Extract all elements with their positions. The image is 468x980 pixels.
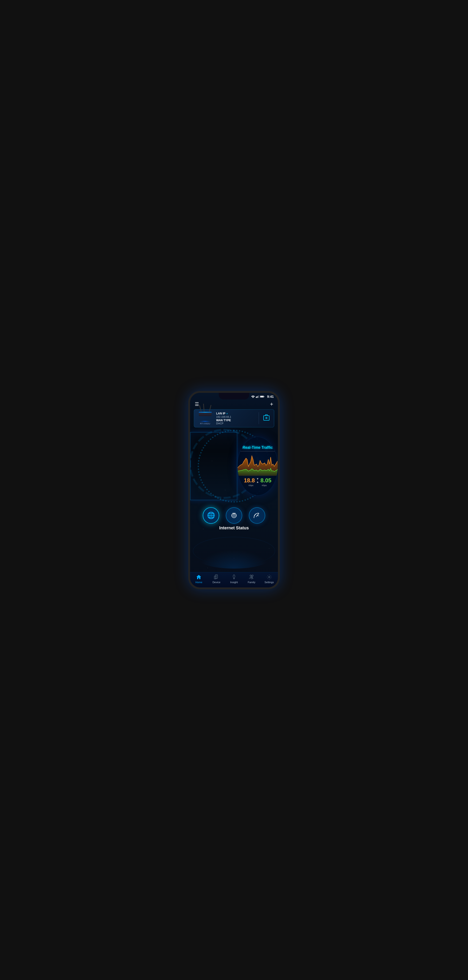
device-icon bbox=[213, 574, 219, 580]
svg-rect-6 bbox=[264, 396, 264, 397]
family-icon bbox=[248, 574, 255, 580]
network-button[interactable] bbox=[226, 507, 242, 524]
svg-point-17 bbox=[233, 513, 235, 514]
lan-ip-line: LAN IP » bbox=[216, 412, 256, 415]
device-label: Device bbox=[212, 581, 220, 584]
svg-rect-4 bbox=[259, 395, 259, 398]
bottom-nav: Home Device Insight bbox=[190, 572, 278, 587]
upload-unit: Kbps bbox=[262, 484, 267, 487]
svg-rect-22 bbox=[215, 575, 218, 579]
family-label: Family bbox=[248, 581, 255, 584]
router-body bbox=[199, 412, 212, 416]
internet-button[interactable]: 🌐 bbox=[203, 507, 219, 524]
svg-point-31 bbox=[269, 576, 270, 578]
settings-icon bbox=[266, 574, 272, 580]
home-icon bbox=[196, 574, 202, 580]
globe-icon: 🌐 bbox=[207, 512, 215, 519]
svg-point-0 bbox=[253, 398, 253, 398]
internet-status-label: Internet Status bbox=[190, 526, 278, 532]
router-settings-button[interactable] bbox=[262, 413, 271, 424]
svg-rect-9 bbox=[266, 417, 267, 419]
router-image: RT-AX82U bbox=[197, 412, 213, 425]
real-time-label: Real-Time Traffic bbox=[242, 445, 273, 450]
lan-ip-value: 192.168.66.1 bbox=[216, 415, 256, 418]
speedtest-icon bbox=[253, 511, 261, 520]
menu-button[interactable]: ☰ bbox=[195, 402, 199, 406]
nav-device[interactable]: Device bbox=[208, 574, 225, 584]
svg-rect-2 bbox=[257, 396, 258, 398]
wifi-icon bbox=[251, 395, 255, 398]
upload-speed: 8.05 bbox=[260, 477, 271, 484]
phone-frame: 9:41 ☰ + RT-AX82U bbox=[188, 391, 280, 589]
speedtest-button[interactable] bbox=[249, 507, 265, 524]
download-speed: 18.8 bbox=[244, 477, 255, 484]
network-icon bbox=[230, 511, 238, 520]
router-info: LAN IP » 192.168.66.1 WAN TYPE DHCP bbox=[216, 412, 256, 425]
battery-icon bbox=[260, 395, 265, 398]
lan-label: LAN IP bbox=[216, 412, 225, 415]
nav-insight[interactable]: Insight bbox=[225, 574, 243, 584]
add-button[interactable]: + bbox=[270, 401, 273, 407]
nav-settings[interactable]: Settings bbox=[260, 574, 278, 584]
svg-rect-1 bbox=[256, 397, 256, 398]
settings-label: Settings bbox=[264, 581, 274, 584]
svg-rect-3 bbox=[258, 395, 258, 398]
signal-icon bbox=[256, 395, 259, 398]
bottom-buttons: 🌐 bbox=[190, 503, 278, 526]
home-label: Home bbox=[196, 581, 202, 584]
svg-rect-7 bbox=[260, 396, 263, 397]
router-glow bbox=[199, 421, 211, 422]
ring-outer bbox=[190, 432, 237, 500]
status-icons: 9:41 bbox=[251, 395, 274, 398]
insight-label: Insight bbox=[230, 581, 238, 584]
traffic-chart bbox=[237, 452, 278, 476]
download-unit: Kbps bbox=[248, 484, 253, 487]
traffic-circle-content: Real-Time Traffic bbox=[237, 437, 278, 496]
wan-label: WAN TYPE bbox=[216, 419, 256, 422]
lan-arrow-icon: » bbox=[226, 412, 228, 415]
speed-units: Kbps Kbps bbox=[248, 484, 267, 487]
nav-home[interactable]: Home bbox=[190, 574, 208, 584]
speed-arrows: ▼ ▲ bbox=[256, 477, 259, 484]
svg-point-30 bbox=[251, 576, 252, 577]
router-name: RT-AX82U bbox=[200, 422, 210, 425]
traffic-container: Real-Time Traffic bbox=[190, 430, 278, 503]
router-card: RT-AX82U LAN IP » 192.168.66.1 WAN TYPE … bbox=[194, 409, 274, 427]
wan-type-value: DHCP bbox=[216, 422, 256, 425]
nav-family[interactable]: Family bbox=[243, 574, 260, 584]
phone-notch bbox=[219, 393, 249, 399]
planet-arc bbox=[193, 537, 275, 565]
status-time: 9:41 bbox=[267, 395, 274, 398]
upload-arrow-icon: ▲ bbox=[256, 480, 259, 484]
speed-row: 18.8 ▼ ▲ 8.05 bbox=[244, 477, 271, 484]
insight-icon bbox=[231, 574, 237, 580]
phone-screen: 9:41 ☰ + RT-AX82U bbox=[190, 393, 278, 587]
